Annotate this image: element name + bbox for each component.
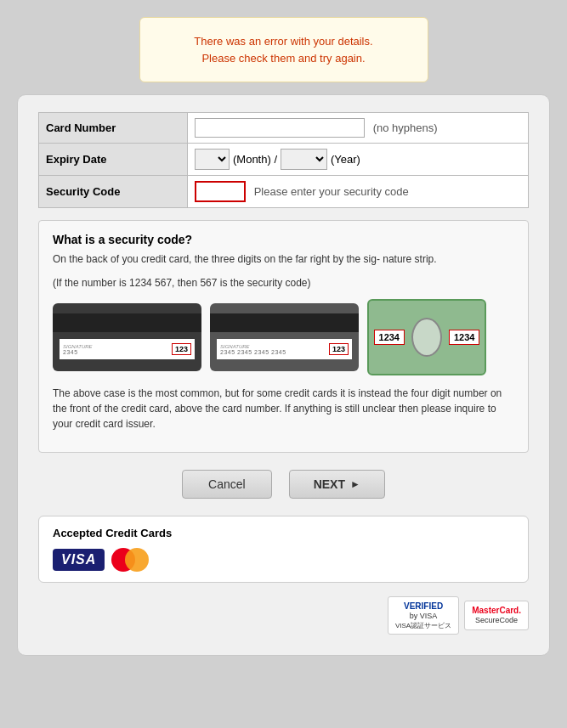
- month-label: (Month) /: [233, 153, 277, 166]
- security-cell: Please enter your security code: [188, 176, 529, 208]
- magnetic-stripe-2: [210, 313, 359, 332]
- accepted-cards-title: Accepted Credit Cards: [53, 527, 514, 539]
- security-note: The above case is the most common, but f…: [53, 386, 514, 432]
- expiry-fields: 01 02 03 04 05 06 07 08 09 10 11 12: [195, 149, 521, 170]
- sig-num-row-2: 2345 2345 2345 2345: [220, 349, 286, 355]
- front-codes: 1234 1234: [374, 318, 480, 357]
- sig-area-left-1: SIGNATURE 2345: [63, 344, 93, 355]
- card-front-diagram: 1234 1234: [367, 299, 486, 375]
- front-code-1: 1234: [374, 330, 405, 345]
- main-panel: Card Number (no hyphens) Expiry Date 01 …: [17, 94, 550, 656]
- expiry-label: Expiry Date: [39, 144, 188, 176]
- sig-code-2: 123: [329, 343, 349, 355]
- card-back-diagram-1: SIGNATURE 2345 123: [53, 303, 201, 371]
- next-button[interactable]: NEXT ►: [289, 470, 385, 499]
- accepted-cards-box: Accepted Credit Cards VISA: [38, 516, 529, 583]
- verified-visa-text3: VISA認証サービス: [395, 622, 451, 630]
- visa-logo: VISA: [53, 549, 105, 571]
- signature-area-2: SIGNATURE 2345 2345 2345 2345 123: [217, 339, 352, 359]
- expiry-year-select[interactable]: 2024 2025 2026 2027 2028 2029 2030 2031 …: [281, 149, 327, 170]
- card-number-input[interactable]: [195, 118, 365, 138]
- card-number-hint: (no hyphens): [373, 121, 438, 134]
- security-info-section: What is a security code? On the back of …: [38, 220, 529, 453]
- expiry-month-select[interactable]: 01 02 03 04 05 06 07 08 09 10 11 12: [195, 149, 230, 170]
- front-code-2: 1234: [449, 330, 479, 345]
- security-code-input[interactable]: [195, 181, 246, 202]
- magnetic-stripe-1: [53, 313, 201, 332]
- sig-code-1: 123: [172, 343, 191, 355]
- security-info-title: What is a security code?: [53, 233, 514, 246]
- card-oval: [411, 318, 442, 357]
- security-row: Security Code Please enter your security…: [39, 176, 529, 208]
- security-badges: VERIFIED by VISA VISA認証サービス MasterCard. …: [38, 596, 529, 635]
- sig-area-left-2: SIGNATURE 2345 2345 2345 2345: [220, 344, 286, 355]
- next-arrow-icon: ►: [350, 478, 360, 490]
- sig-num-row-1: 2345: [63, 349, 93, 355]
- card-diagrams: SIGNATURE 2345 123 SIGNATURE: [53, 299, 514, 375]
- security-info-desc2: (If the number is 1234 567, then 567 is …: [53, 275, 514, 291]
- card-back-diagram-2: SIGNATURE 2345 2345 2345 2345 123: [210, 303, 359, 371]
- security-hint: Please enter your security code: [254, 185, 409, 198]
- expiry-cell: 01 02 03 04 05 06 07 08 09 10 11 12: [188, 144, 529, 176]
- cancel-button[interactable]: Cancel: [182, 470, 272, 499]
- mastercard-logo: [111, 548, 149, 572]
- error-line2: Please check them and try again.: [201, 52, 365, 65]
- error-box: There was an error with your details. Pl…: [139, 17, 428, 82]
- form-table: Card Number (no hyphens) Expiry Date 01 …: [38, 112, 529, 208]
- verified-visa-badge: VERIFIED by VISA VISA認証サービス: [388, 596, 459, 635]
- error-line1: There was an error with your details.: [194, 35, 372, 48]
- security-info-desc1: On the back of you credit card, the thre…: [53, 251, 514, 267]
- signature-area-1: SIGNATURE 2345 123: [60, 339, 195, 359]
- mc-securecode-badge: MasterCard. SecureCode: [464, 601, 529, 630]
- mc-circle-right: [125, 548, 149, 572]
- mc-secure-text2: SecureCode: [472, 616, 521, 626]
- mc-secure-text1: MasterCard.: [472, 605, 521, 616]
- verified-visa-text2: by VISA: [395, 612, 451, 622]
- year-label: (Year): [331, 153, 360, 166]
- security-label: Security Code: [39, 176, 188, 208]
- verified-visa-text1: VERIFIED: [395, 601, 451, 612]
- sig-numbers-1: 2345: [63, 349, 78, 355]
- card-logos: VISA: [53, 548, 514, 572]
- sig-numbers-2: 2345 2345 2345 2345: [220, 349, 286, 355]
- card-number-label: Card Number: [39, 113, 188, 144]
- next-label: NEXT: [314, 477, 345, 491]
- expiry-row: Expiry Date 01 02 03 04 05 06 07 08: [39, 144, 529, 176]
- page-wrapper: There was an error with your details. Pl…: [17, 17, 550, 656]
- button-row: Cancel NEXT ►: [38, 470, 529, 499]
- card-number-row: Card Number (no hyphens): [39, 113, 529, 144]
- card-number-cell: (no hyphens): [188, 113, 529, 144]
